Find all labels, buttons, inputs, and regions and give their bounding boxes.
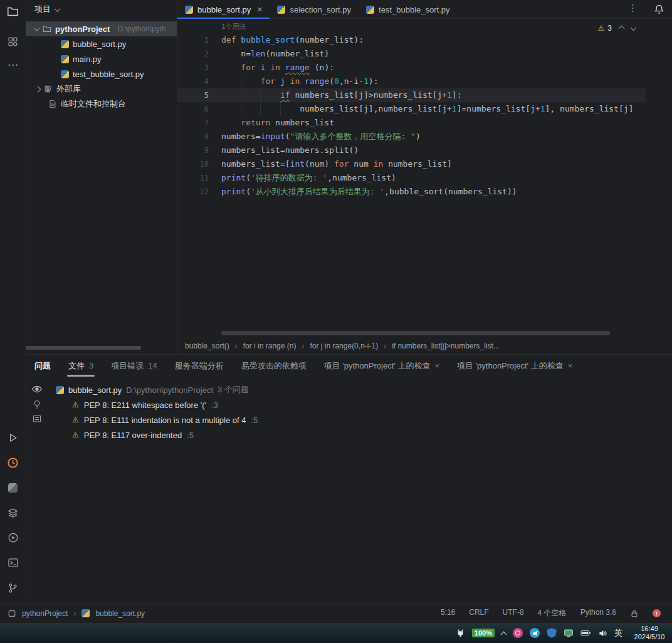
- problems-tab[interactable]: 项目错误14: [111, 355, 157, 377]
- media-app-icon[interactable]: [513, 628, 523, 638]
- problems-tab[interactable]: 文件3: [68, 355, 93, 377]
- services-tool-window-button[interactable]: [4, 529, 22, 546]
- code-line[interactable]: 1def bubble_sort(number_list):: [177, 33, 646, 47]
- warning-icon: ⚠: [598, 24, 605, 33]
- chevron-right-icon[interactable]: [35, 86, 41, 92]
- code-token: [221, 118, 241, 127]
- shield-app-icon[interactable]: [547, 628, 557, 638]
- code-line[interactable]: 5 if numbers_list[j]>numbers_list[j+1]:: [177, 88, 646, 102]
- notification-error-badge[interactable]: !: [653, 609, 661, 617]
- problems-tab[interactable]: 服务器端分析: [175, 355, 224, 377]
- editor-tab[interactable]: bubble_sort.py×: [177, 0, 270, 19]
- next-problem-chevron-icon[interactable]: [631, 24, 637, 31]
- line-number: 2: [177, 47, 209, 61]
- code-line[interactable]: 10numbers_list=[int(num) for num in numb…: [177, 157, 646, 171]
- tray-expand-chevron-icon[interactable]: [501, 631, 507, 637]
- code-editor[interactable]: 1个用法 1def bubble_sort(number_list):2 n=l…: [177, 19, 646, 337]
- code-line[interactable]: 3 for i in range (n):: [177, 61, 646, 75]
- python-packages-button[interactable]: [4, 504, 22, 521]
- status-project-name[interactable]: pythonProject: [22, 609, 68, 618]
- profiler-tool-window-button[interactable]: [4, 454, 22, 471]
- tree-item-path-hint: D:\python\pyth: [117, 24, 165, 33]
- editor-tab[interactable]: test_bubble_sort.py: [359, 0, 457, 19]
- tree-item[interactable]: pythonProjectD:\python\pyth: [26, 21, 177, 36]
- problems-tab[interactable]: 项目 'pythonProject' 上的检查×: [324, 355, 439, 377]
- code-line[interactable]: 9numbers_list=numbers.split(): [177, 144, 646, 157]
- tree-item[interactable]: bubble_sort.py: [26, 36, 177, 51]
- quick-fix-bulb-icon[interactable]: [32, 399, 42, 409]
- status-file-name[interactable]: bubble_sort.py: [95, 609, 145, 618]
- power-plug-icon[interactable]: [456, 629, 465, 638]
- tree-item[interactable]: 外部库: [26, 81, 177, 97]
- tab-close-icon[interactable]: ×: [434, 361, 439, 370]
- ime-indicator[interactable]: 英: [614, 627, 622, 639]
- speaker-icon[interactable]: [598, 629, 607, 638]
- code-line[interactable]: 6 numbers_list[j],numbers_list[j+1]=numb…: [177, 102, 646, 116]
- code-token: ):: [369, 76, 379, 86]
- previous-problem-chevron-icon[interactable]: [619, 25, 625, 31]
- code-token: (number_list):: [295, 35, 364, 44]
- screen-share-icon[interactable]: [564, 628, 574, 638]
- code-token: numbers_list]: [383, 159, 452, 169]
- battery-percent-badge[interactable]: 100%: [472, 629, 495, 637]
- problems-tab[interactable]: 易受攻击的依赖项: [241, 355, 307, 377]
- status-item[interactable]: UTF-8: [503, 608, 524, 619]
- code-line[interactable]: 8numbers=input("请输入多个整数，用空格分隔: "): [177, 130, 646, 144]
- editor-horizontal-scrollbar[interactable]: [221, 331, 610, 335]
- problem-item[interactable]: ⚠PEP 8: E117 over-indented:5: [56, 427, 258, 442]
- problem-file-row[interactable]: bubble_sort.py D:\python\pythonProject 3…: [56, 382, 258, 397]
- structure-tool-window-button[interactable]: [4, 33, 22, 50]
- project-horizontal-scrollbar[interactable]: [26, 346, 141, 350]
- tab-options-kebab-icon[interactable]: ⋮: [628, 3, 638, 14]
- status-item[interactable]: Python 3.6: [580, 608, 616, 619]
- taskbar-clock[interactable]: 16:49 2024/5/10: [629, 625, 669, 641]
- code-line[interactable]: 11print('待排序的数据为: ',numbers_list): [177, 171, 646, 185]
- breadcrumb-item[interactable]: if numbers_list[j]>numbers_list...: [392, 342, 500, 350]
- python-file-icon: [185, 6, 193, 14]
- preview-eye-icon[interactable]: [31, 384, 43, 395]
- chevron-down-icon[interactable]: [55, 6, 61, 12]
- editor-tab[interactable]: selection_sort.py: [270, 0, 359, 19]
- problem-item[interactable]: ⚠PEP 8: E211 whitespace before '(':3: [56, 397, 258, 412]
- status-item[interactable]: CRLF: [469, 608, 488, 619]
- problem-item[interactable]: ⚠PEP 8: E111 indentation is not a multip…: [56, 412, 258, 427]
- status-item[interactable]: 5:16: [441, 608, 455, 619]
- usages-inlay-hint[interactable]: 1个用法: [221, 22, 246, 31]
- breadcrumb-item[interactable]: for j in range(0,n-i-1): [310, 342, 378, 350]
- code-line[interactable]: 4 for j in range(0,n-i-1):: [177, 75, 646, 88]
- line-number: 10: [177, 157, 209, 171]
- breadcrumb-item[interactable]: bubble_sort(): [185, 342, 229, 350]
- tree-item[interactable]: main.py: [26, 51, 177, 66]
- more-tool-windows-button[interactable]: ⋯: [4, 56, 22, 74]
- problems-panel-title[interactable]: 问题: [34, 360, 51, 372]
- messenger-app-icon[interactable]: [530, 628, 540, 638]
- run-tool-window-button[interactable]: [4, 429, 22, 446]
- code-token: [221, 76, 261, 86]
- terminal-tool-window-button[interactable]: [4, 554, 22, 572]
- version-control-button[interactable]: [4, 579, 22, 597]
- chevron-separator: ›: [384, 342, 386, 350]
- code-line[interactable]: 7 return numbers_list: [177, 116, 646, 130]
- group-by-list-icon[interactable]: [32, 414, 42, 424]
- code-line[interactable]: 2 n=len(number_list): [177, 47, 646, 61]
- notifications-bell-icon[interactable]: [654, 4, 664, 14]
- editor-tab-bar: bubble_sort.py×selection_sort.pytest_bub…: [177, 0, 672, 19]
- problems-tab[interactable]: 项目 'pythonProject' 上的检查×: [457, 355, 572, 377]
- code-line[interactable]: 12print('从小到大排序后结果为后结果为: ',bubble_sort(n…: [177, 185, 646, 199]
- inspection-widget[interactable]: ⚠ 3: [598, 24, 636, 33]
- breadcrumb-item[interactable]: for i in range (n): [243, 342, 297, 350]
- project-tool-window-button[interactable]: [4, 3, 22, 20]
- tree-item[interactable]: 临时文件和控制台: [26, 97, 177, 112]
- python-console-button[interactable]: [4, 479, 22, 496]
- readonly-lock-icon[interactable]: [630, 609, 639, 618]
- tab-close-icon[interactable]: ×: [257, 4, 262, 14]
- line-number: 9: [177, 144, 209, 157]
- chevron-down-icon[interactable]: [34, 25, 40, 31]
- battery-icon[interactable]: [580, 628, 591, 638]
- tab-close-icon[interactable]: ×: [568, 361, 573, 370]
- tree-item[interactable]: test_bubble_sort.py: [26, 66, 177, 81]
- status-item[interactable]: 4 个空格: [538, 608, 567, 619]
- python-file-icon: [366, 6, 374, 14]
- code-token: numbers_list[j]>numbers_list[j+: [290, 90, 447, 100]
- problem-text: PEP 8: E117 over-indented: [84, 431, 182, 440]
